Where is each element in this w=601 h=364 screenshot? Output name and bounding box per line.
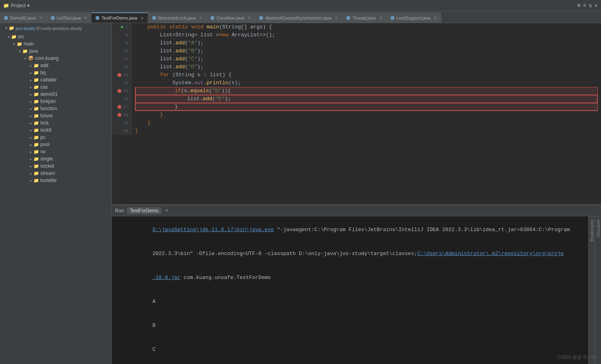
- arrow-icon: ▸: [28, 92, 34, 97]
- folder-label-tvolatile: tvolatile: [40, 178, 57, 183]
- line-numbers: ▶ 7 8 9 10 11 12: [112, 23, 132, 135]
- jar-link[interactable]: .18.8.jar: [153, 275, 180, 281]
- console-command-line2: 2022.3.3\bin" -Dfile.encoding=UTF-8 -cla…: [115, 242, 585, 266]
- settings-icon[interactable]: ✕: [595, 2, 598, 9]
- tab-close[interactable]: ✕: [379, 16, 382, 20]
- cmd-line2-pre: 2022.3.3\bin" -Dfile.encoding=UTF-8 -cla…: [153, 251, 417, 257]
- tab-abstractqueued[interactable]: AbstractQueuedSynchronizer.java ✕: [255, 12, 342, 23]
- breakpoint-icon[interactable]: [117, 113, 121, 117]
- tree-main[interactable]: ▾ 📁 main: [0, 40, 111, 47]
- menu-icon[interactable]: ≡: [583, 2, 586, 9]
- tree-folder-cas[interactable]: ▸ 📁 cas: [0, 83, 111, 91]
- tab-close[interactable]: ✕: [199, 16, 202, 20]
- tree-folder-pool[interactable]: ▸ 📁 pool: [0, 141, 111, 148]
- project-sidebar: ▾ 📁 jus-study D:\only-java\jus-study ▾ 📁…: [0, 23, 112, 364]
- tree-folder-future[interactable]: ▸ 📁 future: [0, 112, 111, 119]
- cmd-line2-link[interactable]: C:\Users\Administrator\.m2\repository\or…: [417, 251, 564, 257]
- code-editor[interactable]: ▶ 7 8 9 10 11 12: [112, 23, 601, 204]
- console-output[interactable]: D:\javaSetting\jdk-11.0.17\bin\java.exe …: [112, 216, 588, 364]
- tree-src[interactable]: ▾ 📁 src: [0, 33, 111, 40]
- breakpoint-icon[interactable]: [117, 89, 121, 93]
- run-gutter-icon[interactable]: ▶: [121, 23, 124, 31]
- output-d: D: [115, 362, 585, 364]
- tree-folder-demo01[interactable]: ▸ 📁 demo01: [0, 91, 111, 98]
- breakpoint-icon[interactable]: [117, 105, 121, 109]
- folder-label-pool: pool: [40, 142, 50, 147]
- folder-label-bq: bq: [40, 70, 46, 75]
- tab-file-icon: [152, 16, 156, 20]
- tree-folder-pc[interactable]: ▸ 📁 pc: [0, 134, 111, 141]
- tab-label: Thread.java: [352, 16, 375, 20]
- bookmarks-panel[interactable]: Bookmarks: [588, 216, 595, 364]
- java-exe-link[interactable]: D:\javaSetting\jdk-11.0.17\bin\java.exe: [153, 227, 274, 233]
- arrow-icon: ▸: [28, 142, 34, 147]
- tab-condition[interactable]: Condition.java ✕: [206, 12, 255, 23]
- folder-label-cas: cas: [40, 84, 48, 90]
- line-num-9: 9: [115, 39, 128, 47]
- tree-folder-rw[interactable]: ▸ 📁 rw: [0, 148, 111, 155]
- sort-icon[interactable]: ⇅: [589, 2, 592, 9]
- folder-icon-stream: 📁: [34, 171, 39, 176]
- tree-folder-socket[interactable]: ▸ 📁 socket: [0, 162, 111, 170]
- breakpoint-icon[interactable]: [117, 73, 121, 77]
- tree-java[interactable]: ▾ 📁 java: [0, 47, 111, 55]
- tree-folder-callable[interactable]: ▸ 📁 callable: [0, 76, 111, 83]
- tab-close[interactable]: ✕: [141, 16, 144, 20]
- project-selector[interactable]: 📁 Project ▾: [3, 3, 30, 8]
- tree-folder-bq[interactable]: ▸ 📁 bq: [0, 69, 111, 76]
- tab-close[interactable]: ✕: [434, 16, 437, 20]
- add-icon[interactable]: ⊕: [577, 2, 580, 9]
- tree-project-root[interactable]: ▾ 📁 jus-study D:\only-java\jus-study: [3, 25, 108, 32]
- tree-folder-forkjoin[interactable]: ▸ 📁 forkjoin: [0, 98, 111, 105]
- package-icon: 📦: [28, 55, 34, 61]
- arrow-icon: ▸: [28, 85, 34, 89]
- line-num-16: 16: [115, 95, 128, 103]
- folder-label-single: single: [40, 156, 53, 162]
- tree-folder-function[interactable]: ▸ 📁 function: [0, 105, 111, 112]
- output-b: B: [115, 314, 585, 338]
- tree-com-kuang[interactable]: ▾ 📦 com.kuang: [0, 55, 111, 62]
- tab-close[interactable]: ✕: [248, 16, 251, 20]
- structure-panel[interactable]: Structure: [595, 216, 601, 364]
- arrow-icon: ▸: [28, 164, 34, 168]
- tab-close-icon[interactable]: ✕: [165, 208, 169, 213]
- tree-folder-stream[interactable]: ▸ 📁 stream: [0, 170, 111, 177]
- line-num-14: 14: [115, 79, 128, 87]
- src-label: src: [18, 34, 24, 40]
- folder-label-forkjoin: forkjoin: [40, 99, 56, 104]
- arrow-icon: ▾: [6, 35, 11, 39]
- code-line-15: if(s.equals("D")){: [135, 87, 598, 95]
- tree-folder-tvolatile[interactable]: ▸ 📁 tvolatile: [0, 177, 111, 184]
- tab-listtest[interactable]: ListTest.java ✕: [47, 12, 92, 23]
- tab-locksupport[interactable]: LockSupport.java ✕: [387, 12, 441, 23]
- tab-close[interactable]: ✕: [84, 16, 87, 20]
- console-command-line3: .18.8.jar com.kuang.unsafe.TestForDemo: [115, 266, 585, 290]
- line-num-13: 13: [115, 71, 128, 79]
- folder-label-future: future: [40, 113, 53, 119]
- tab-label: ListTest.java: [57, 16, 81, 20]
- arrow-icon: ▸: [28, 107, 34, 111]
- tab-demo02[interactable]: Demo02.java ✕: [0, 12, 47, 23]
- tab-testfordemo[interactable]: TestForDemo.java ✕: [91, 12, 148, 23]
- tab-reentrantlock[interactable]: ReentrantLock.java ✕: [148, 12, 207, 23]
- folder-icon-socket: 📁: [34, 164, 39, 169]
- tree-folder-lock8[interactable]: ▸ 📁 lock8: [0, 127, 111, 134]
- tab-close[interactable]: ✕: [39, 16, 42, 20]
- tree-folder-lock[interactable]: ▸ 📁 lock: [0, 119, 111, 127]
- main-folder-icon: 📁: [17, 42, 22, 47]
- arrow-icon: ▸: [28, 99, 34, 104]
- folder-icon-bq: 📁: [34, 70, 39, 75]
- structure-label: Structure: [596, 220, 601, 237]
- run-label: Run: TestForDemo ✕: [115, 207, 169, 214]
- tree-folder-add[interactable]: ▸ 📁 add: [0, 62, 111, 69]
- console-command-args: "-javaagent:C:\Program Files\JetBrains\I…: [274, 227, 570, 233]
- output-letter-c: C: [153, 346, 156, 352]
- java-folder-icon: 📁: [22, 49, 28, 54]
- code-line-19: }: [135, 119, 598, 127]
- console-active-tab[interactable]: TestForDemo: [127, 207, 162, 214]
- tab-thread[interactable]: Thread.java ✕: [342, 12, 386, 23]
- tab-close[interactable]: ✕: [335, 16, 338, 20]
- tree-folder-single[interactable]: ▸ 📁 single: [0, 155, 111, 162]
- folder-icon-pool: 📁: [34, 142, 39, 147]
- tab-label: ReentrantLock.java: [158, 16, 196, 20]
